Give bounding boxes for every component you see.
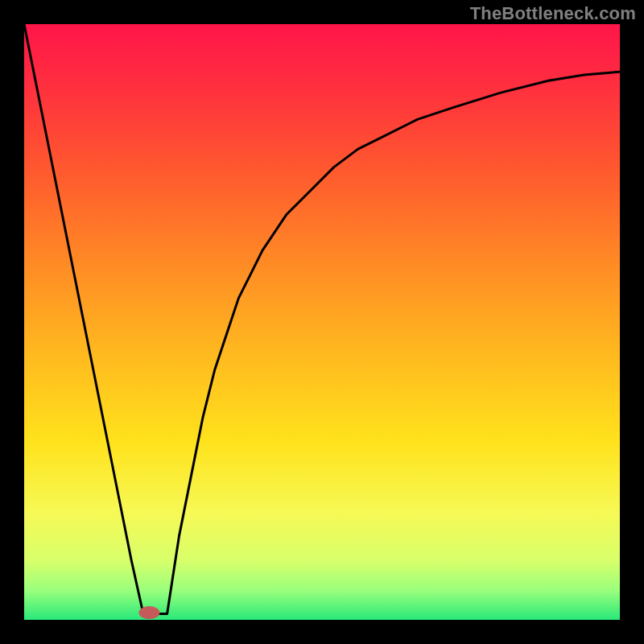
watermark-text: TheBottleneck.com [470,3,636,24]
minimum-marker [138,606,159,619]
gradient-background [24,24,620,620]
plot-area [24,24,620,620]
chart-svg [24,24,620,620]
chart-frame: TheBottleneck.com [0,0,644,644]
